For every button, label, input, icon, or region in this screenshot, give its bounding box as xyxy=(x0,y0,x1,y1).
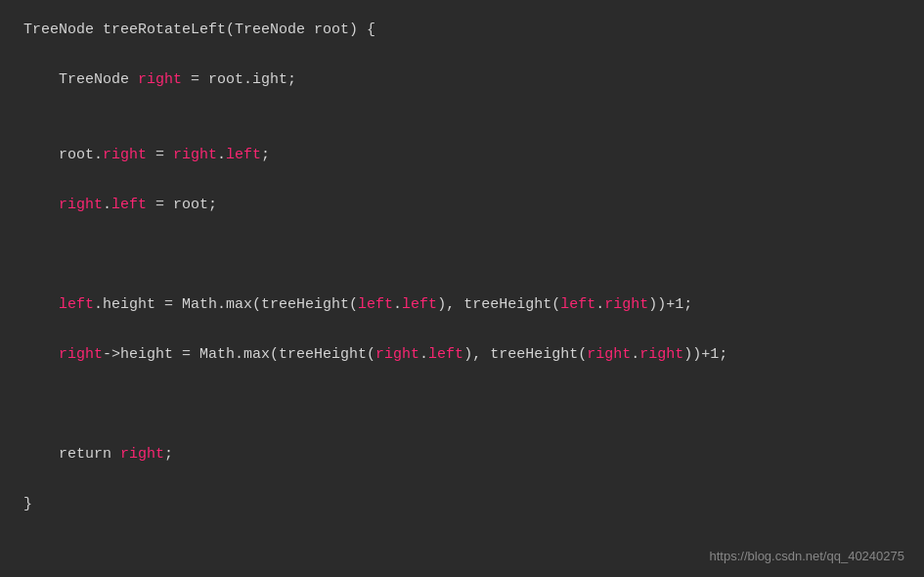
code-segment: left xyxy=(560,296,595,313)
code-segment: ->height = Math.max(treeHeight( xyxy=(103,346,375,363)
code-line: return right; xyxy=(23,442,901,467)
code-line xyxy=(23,267,901,292)
code-segment: ))+1; xyxy=(648,296,692,313)
code-segment: TreeNode xyxy=(23,71,138,88)
code-segment: root. xyxy=(23,147,103,163)
code-segment: return xyxy=(23,446,120,463)
code-segment: . xyxy=(103,197,111,213)
code-line: left.height = Math.max(treeHeight(left.l… xyxy=(23,292,901,318)
watermark: https://blog.csdn.net/qq_40240275 xyxy=(710,549,905,563)
code-segment: left xyxy=(111,197,147,213)
code-line xyxy=(23,217,901,243)
code-line: TreeNode treeRotateLeft(TreeNode root) { xyxy=(23,18,901,43)
code-segment: left xyxy=(402,296,437,313)
code-segment: left xyxy=(358,296,393,313)
code-segment: ))+1; xyxy=(683,346,727,363)
code-line xyxy=(23,167,901,193)
code-line: TreeNode right = root.ight; xyxy=(23,67,901,93)
code-line xyxy=(23,466,901,492)
code-segment: right xyxy=(138,71,182,88)
code-segment: = xyxy=(147,147,173,163)
code-line: root.right = right.left; xyxy=(23,143,901,168)
code-segment: . xyxy=(419,346,428,363)
code-block: TreeNode treeRotateLeft(TreeNode root) {… xyxy=(23,18,901,516)
code-line xyxy=(23,392,901,418)
code-line xyxy=(23,43,901,68)
code-segment: . xyxy=(393,296,402,313)
code-segment: ; xyxy=(164,446,173,463)
code-segment: . xyxy=(631,346,639,363)
code-segment: right xyxy=(639,346,683,363)
code-segment: right xyxy=(375,346,419,363)
code-segment: left xyxy=(59,296,94,313)
code-line xyxy=(23,117,901,143)
code-line: right->height = Math.max(treeHeight(righ… xyxy=(23,342,901,368)
code-segment xyxy=(23,296,59,313)
code-container: TreeNode treeRotateLeft(TreeNode root) {… xyxy=(0,0,924,577)
code-segment: ), treeHeight( xyxy=(463,346,587,363)
code-segment: ; xyxy=(261,147,270,163)
code-segment: } xyxy=(23,496,32,512)
code-segment: right xyxy=(604,296,648,313)
code-line: right.left = root; xyxy=(23,193,901,218)
code-line: } xyxy=(23,492,901,517)
code-line xyxy=(23,367,901,392)
code-segment: right xyxy=(120,446,164,463)
code-segment: right xyxy=(59,346,103,363)
code-line xyxy=(23,317,901,342)
code-segment xyxy=(23,197,59,213)
code-segment: right xyxy=(173,147,217,163)
code-segment: . xyxy=(217,147,226,163)
code-segment: = root.ight; xyxy=(182,71,296,88)
code-segment: ), treeHeight( xyxy=(437,296,560,313)
code-line xyxy=(23,93,901,118)
code-segment: right xyxy=(59,197,103,213)
code-segment: left xyxy=(428,346,463,363)
code-segment: .height = Math.max(treeHeight( xyxy=(94,296,358,313)
code-line xyxy=(23,243,901,268)
code-segment: right xyxy=(103,147,147,163)
code-segment xyxy=(23,346,59,363)
code-segment: right xyxy=(587,346,631,363)
code-segment: = root; xyxy=(147,197,217,213)
code-segment: left xyxy=(226,147,261,163)
code-line xyxy=(23,417,901,442)
code-segment: TreeNode treeRotateLeft(TreeNode root) { xyxy=(23,22,375,38)
code-segment: . xyxy=(595,296,604,313)
